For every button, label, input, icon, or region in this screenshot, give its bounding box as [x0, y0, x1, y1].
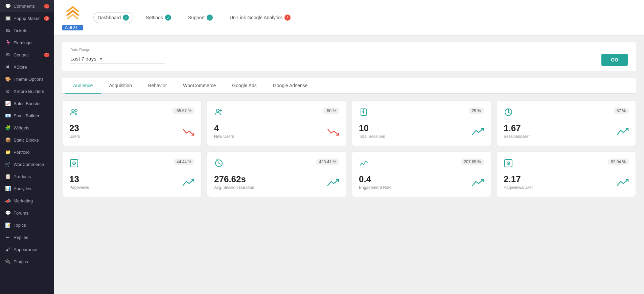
header-tab-dashboard[interactable]: Dashboard ✓ [93, 12, 134, 23]
sidebar-item-theme-options[interactable]: 🎨 Theme Options [0, 73, 54, 85]
sidebar-item-contact[interactable]: ✉ Contact 1 [0, 49, 54, 61]
card-value-area-total-sessions: 10 Total Sessions [359, 123, 385, 139]
sidebar-item-portfolio[interactable]: 📁 Portfolio [0, 146, 54, 158]
card-top-pageviews-user: 92.04 % [504, 158, 629, 170]
sidebar-item-marketing[interactable]: 📣 Marketing [0, 195, 54, 207]
pageviews-user-icon [504, 158, 513, 170]
sidebar-item-comments[interactable]: 💬 Comments 1 [0, 0, 54, 12]
sidebar-label-xstore-builders: XStore Builders [14, 89, 44, 94]
card-top-total-sessions: 25 % [359, 107, 484, 119]
trend-users [182, 127, 194, 139]
sidebar: 💬 Comments 1 🔲 Popup Maker 3 🎟 Tickets 🦩… [0, 0, 54, 294]
badge-comments: 1 [44, 4, 49, 8]
metric-card-users: -65.67 % 23 Users [62, 100, 202, 146]
woocommerce-icon: 🛒 [5, 162, 11, 167]
header-tab-unlink[interactable]: Un-Link Google Analytics ! [225, 12, 295, 23]
sidebar-label-tickets: Tickets [14, 28, 27, 33]
analytics-tab-woocommerce[interactable]: WooCommerce [175, 78, 224, 94]
xstore-builders-icon: ⚙ [5, 89, 11, 94]
pageviews-icon [69, 158, 79, 170]
sidebar-item-popup-maker[interactable]: 🔲 Popup Maker 3 [0, 12, 54, 24]
tab-label-dashboard: Dashboard [98, 15, 121, 20]
flamingo-icon: 🦩 [5, 40, 11, 45]
go-button[interactable]: GO [601, 54, 628, 66]
sidebar-label-woocommerce: WooCommerce [14, 162, 44, 167]
analytics-tab-google-adsense[interactable]: Google Adsense [265, 78, 316, 94]
sidebar-item-woocommerce[interactable]: 🛒 WooCommerce [0, 158, 54, 170]
logo-badge: G-4L34... [62, 25, 83, 30]
card-badge-new-users: -50 % [323, 107, 339, 114]
tickets-icon: 🎟 [5, 28, 11, 33]
card-top-engagement-rate: 207.69 % [359, 158, 484, 170]
metrics-row-1: -65.67 % 23 Users -50 % 4 New Users [62, 100, 636, 146]
card-value-area-engagement-rate: 0.4 Engagement Rate [359, 174, 392, 190]
sidebar-item-topics[interactable]: 📝 Topics [0, 219, 54, 231]
sidebar-item-flamingo[interactable]: 🦩 Flamingo [0, 36, 54, 49]
card-value-area-sessions-user: 1.67 Sessions/User [504, 123, 530, 139]
xstore-icon: ✖ [5, 64, 11, 70]
badge-contact: 1 [44, 53, 49, 57]
card-label-avg-session-duration: Avg. Session Duration [214, 185, 254, 190]
sidebar-item-widgets[interactable]: 🧩 Widgets [0, 122, 54, 134]
sidebar-label-comments: Comments [14, 4, 35, 9]
new-users-icon [214, 107, 224, 119]
card-label-pageviews-user: Pageviews/User [504, 185, 533, 190]
card-value-area-new-users: 4 New Users [214, 123, 234, 139]
sidebar-item-appearance[interactable]: 🖌 Appearance [0, 243, 54, 255]
card-bottom-sessions-user: 1.67 Sessions/User [504, 123, 629, 139]
header-tab-support[interactable]: Support ✓ [184, 12, 217, 23]
card-value-engagement-rate: 0.4 [359, 174, 392, 185]
sidebar-item-email-builder[interactable]: 📧 Email Builder [0, 109, 54, 122]
card-badge-sessions-user: 67 % [614, 107, 629, 114]
card-bottom-pageviews: 13 Pageviews [69, 174, 194, 190]
svg-point-11 [363, 109, 364, 111]
date-range-select[interactable]: Last 7 days ▼ [70, 56, 165, 64]
logo-area: G-4L34... [62, 5, 83, 30]
card-value-pageviews: 13 [69, 174, 89, 185]
date-range-row: Last 7 days ▼ GO [70, 54, 628, 66]
sidebar-label-popup-maker: Popup Maker [14, 16, 40, 21]
card-label-engagement-rate: Engagement Rate [359, 185, 392, 190]
sidebar-item-analytics[interactable]: 📊 Analytics [0, 182, 54, 195]
sidebar-label-analytics: Analytics [14, 186, 31, 191]
sidebar-item-sales-booster[interactable]: 📈 Sales Booster [0, 97, 54, 109]
card-value-avg-session-duration: 276.62s [214, 174, 254, 185]
sidebar-label-forums: Forums [14, 211, 28, 216]
sidebar-label-replies: Replies [14, 235, 28, 240]
sidebar-item-static-blocks[interactable]: 📦 Static Blocks [0, 134, 54, 146]
sidebar-item-xstore-builders[interactable]: ⚙ XStore Builders [0, 85, 54, 97]
sidebar-label-static-blocks: Static Blocks [14, 138, 39, 143]
sidebar-label-appearance: Appearance [14, 247, 37, 252]
sidebar-item-plugins[interactable]: 🔌 Plugins [0, 255, 54, 268]
topics-icon: 📝 [5, 222, 11, 228]
total-sessions-icon [359, 107, 368, 119]
widgets-icon: 🧩 [5, 125, 11, 130]
sidebar-item-tickets[interactable]: 🎟 Tickets [0, 24, 54, 36]
date-range-label: Date Range [70, 48, 628, 52]
analytics-tab-google-ads[interactable]: Google Ads [224, 78, 264, 94]
badge-popup-maker: 3 [44, 16, 49, 21]
header-tab-settings[interactable]: Settings ✓ [141, 12, 176, 23]
card-badge-pageviews-user: 92.04 % [608, 158, 629, 165]
static-blocks-icon: 📦 [5, 137, 11, 143]
card-badge-users: -65.67 % [172, 107, 194, 114]
sidebar-label-topics: Topics [14, 223, 26, 228]
sidebar-item-xstore[interactable]: ✖ XStore [0, 61, 54, 73]
analytics-tab-behavior[interactable]: Behavior [140, 78, 175, 94]
metric-card-sessions-user: 67 % 1.67 Sessions/User [497, 100, 636, 146]
sidebar-item-products[interactable]: 📋 Products [0, 170, 54, 182]
tab-check-unlink: ! [284, 15, 291, 21]
trend-avg-session-duration [327, 178, 339, 190]
analytics-tab-acquisition[interactable]: Acquisition [101, 78, 140, 94]
trend-pageviews-user [617, 178, 629, 190]
main-content: G-4L34... Dashboard ✓ Settings ✓ Support… [54, 0, 644, 294]
card-bottom-pageviews-user: 2.17 Pageviews/User [504, 174, 629, 190]
contact-icon: ✉ [5, 52, 11, 57]
sidebar-item-forums[interactable]: 💬 Forums [0, 207, 54, 219]
card-value-area-users: 23 Users [69, 123, 80, 139]
date-range-section: Date Range Last 7 days ▼ GO [62, 42, 636, 71]
sidebar-label-marketing: Marketing [14, 198, 33, 203]
analytics-tab-audience[interactable]: Audience [65, 78, 101, 94]
sidebar-item-replies[interactable]: ↩ Replies [0, 231, 54, 243]
card-badge-pageviews: 44.44 % [174, 158, 194, 165]
